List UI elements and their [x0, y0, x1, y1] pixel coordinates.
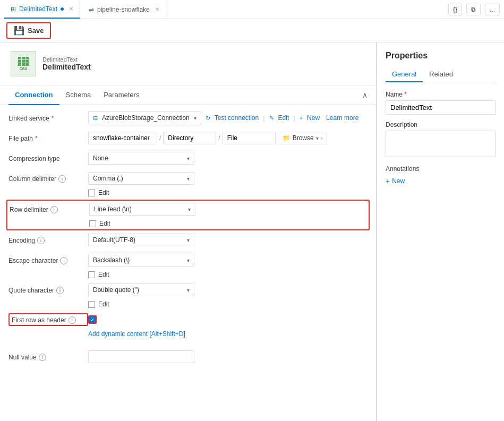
column-delimiter-label: Column delimiter i	[8, 172, 88, 183]
first-row-header-row: First row as header i ✓	[8, 313, 368, 328]
encoding-info-icon[interactable]: i	[37, 237, 45, 244]
column-delimiter-edit-checkbox[interactable]	[88, 190, 95, 196]
add-annotation-button[interactable]: + New	[386, 177, 405, 185]
row-delimiter-edit-checkbox[interactable]	[89, 220, 96, 227]
tab-bar: ⊞ DelimitedText ✕ ⇌ pipeline-snowflake ✕	[4, 0, 166, 19]
column-delimiter-field: Comma (,) ▾ Edit	[88, 172, 368, 196]
browse-button[interactable]: 📁 Browse ▾ ›	[278, 132, 328, 144]
null-value-info-icon[interactable]: i	[39, 354, 46, 361]
escape-character-info-icon[interactable]: i	[60, 257, 67, 264]
encoding-row: Encoding i Default(UTF-8) ▾	[8, 234, 368, 248]
quote-character-row: Quote character i Double quote (") ▾ Edi…	[8, 283, 368, 308]
quote-character-edit-checkbox[interactable]	[88, 301, 95, 308]
column-delimiter-select[interactable]: Comma (,) ▾	[88, 172, 194, 185]
folder-icon: 📁	[283, 134, 291, 142]
column-delimiter-edit-row: Edit	[88, 189, 368, 196]
filepath-row: / / 📁 Browse ▾ ›	[88, 132, 368, 144]
row-delimiter-edit-row: Edit	[89, 220, 366, 227]
linked-service-select[interactable]: ⊟ AzureBlobStorage_Connection ▾	[88, 111, 201, 124]
tab-parameters[interactable]: Parameters	[97, 85, 146, 105]
escape-character-edit-row: Edit	[88, 271, 368, 278]
add-annotation-label: New	[392, 177, 405, 185]
form-body: Linked service * ⊟ AzureBlobStorage_Conn…	[0, 105, 376, 377]
dataset-icon: CSV	[11, 51, 36, 76]
column-delimiter-info-icon[interactable]: i	[58, 175, 66, 183]
tab-schema[interactable]: Schema	[59, 85, 98, 105]
dataset-header: CSV DelimitedText DelimitedText	[0, 42, 376, 85]
tab-delimited[interactable]: ⊞ DelimitedText ✕	[4, 0, 80, 19]
container-input[interactable]	[88, 132, 157, 144]
save-button[interactable]: 💾 Save	[6, 22, 51, 39]
quote-character-label: Quote character i	[8, 283, 88, 294]
quote-character-info-icon[interactable]: i	[56, 287, 64, 294]
column-delimiter-value: Comma (,)	[93, 175, 123, 182]
row-delimiter-info-icon[interactable]: i	[50, 206, 58, 213]
compression-chevron-icon: ▾	[187, 156, 190, 161]
file-input[interactable]	[223, 132, 276, 144]
escape-character-edit-label: Edit	[98, 271, 109, 278]
section-tabs: Connection Schema Parameters ∧	[0, 85, 376, 105]
linked-service-row-inner: ⊟ AzureBlobStorage_Connection ▾ ↻ Test c…	[88, 111, 368, 124]
quote-character-select[interactable]: Double quote (") ▾	[88, 283, 194, 296]
learn-more-link[interactable]: Learn more	[326, 114, 358, 122]
plus-icon: +	[386, 177, 390, 185]
first-row-header-label: First row as header i	[8, 313, 88, 326]
escape-character-select[interactable]: Backslash (\) ▾	[88, 254, 194, 267]
browse-chevron-icon: ▾	[316, 135, 319, 141]
encoding-select[interactable]: Default(UTF-8) ▾	[88, 234, 194, 246]
dynamic-content-link[interactable]: Add dynamic content [Alt+Shift+D]	[88, 330, 185, 338]
code-button[interactable]: {}	[448, 4, 462, 15]
pipeline-tab-icon: ⇌	[89, 6, 94, 13]
first-row-header-checkbox[interactable]: ✓	[88, 315, 97, 324]
description-textarea[interactable]	[386, 131, 496, 157]
tab-close-delimited[interactable]: ✕	[69, 6, 73, 12]
encoding-field: Default(UTF-8) ▾	[88, 234, 368, 246]
escape-character-edit-checkbox[interactable]	[88, 271, 95, 278]
file-path-row: File path * / / 📁 Browse ▾	[8, 132, 368, 147]
encoding-chevron-icon: ▾	[187, 237, 190, 243]
dataset-name: DelimitedText	[42, 63, 91, 71]
dataset-info: DelimitedText DelimitedText	[42, 56, 91, 71]
column-delimiter-edit-label: Edit	[98, 189, 109, 196]
first-row-info-icon[interactable]: i	[69, 316, 76, 324]
linked-service-required: *	[52, 115, 54, 122]
quote-character-edit-label: Edit	[98, 300, 109, 308]
tab-pipeline[interactable]: ⇌ pipeline-snowflake ✕	[82, 0, 166, 19]
properties-tabs: General Related	[386, 67, 496, 82]
name-input[interactable]	[386, 100, 496, 115]
left-panel: CSV DelimitedText DelimitedText Connecti…	[0, 42, 377, 421]
row-delimiter-select[interactable]: Line feed (\n) ▾	[89, 203, 195, 216]
null-value-label: Null value i	[8, 350, 88, 361]
properties-panel: Properties General Related Name * Descri…	[377, 42, 504, 421]
file-path-label: File path *	[8, 132, 88, 142]
compression-type-label: Compression type	[8, 152, 88, 162]
edit-link[interactable]: Edit	[278, 114, 289, 122]
csv-tab-icon: ⊞	[11, 5, 16, 13]
checkmark-icon: ✓	[90, 317, 95, 323]
tab-general[interactable]: General	[386, 67, 423, 82]
browse-label: Browse	[293, 134, 314, 142]
collapse-button[interactable]: ∧	[362, 91, 368, 99]
action-bar: 💾 Save	[0, 19, 504, 42]
tab-close-pipeline[interactable]: ✕	[155, 6, 159, 12]
new-link[interactable]: New	[307, 114, 320, 122]
linked-service-field: ⊟ AzureBlobStorage_Connection ▾ ↻ Test c…	[88, 111, 368, 124]
column-delimiter-chevron-icon: ▾	[187, 176, 190, 182]
test-connection-link[interactable]: Test connection	[215, 114, 259, 122]
tab-related[interactable]: Related	[423, 67, 459, 82]
more-button[interactable]: ...	[485, 4, 500, 15]
null-value-input[interactable]	[88, 350, 194, 363]
compression-type-select[interactable]: None ▾	[88, 152, 194, 165]
compression-type-row: Compression type None ▾	[8, 152, 368, 167]
new-plus-icon: +	[300, 115, 303, 121]
directory-input[interactable]	[163, 132, 216, 144]
encoding-label: Encoding i	[8, 234, 88, 244]
copy-button[interactable]: ⧉	[466, 4, 481, 15]
csv-grid	[18, 57, 29, 66]
compression-type-field: None ▾	[88, 152, 368, 165]
encoding-value: Default(UTF-8)	[93, 236, 135, 244]
save-icon: 💾	[14, 25, 24, 36]
tab-connection[interactable]: Connection	[8, 85, 59, 105]
linked-service-row: Linked service * ⊟ AzureBlobStorage_Conn…	[8, 111, 368, 126]
linked-service-value: AzureBlobStorage_Connection	[102, 114, 190, 122]
